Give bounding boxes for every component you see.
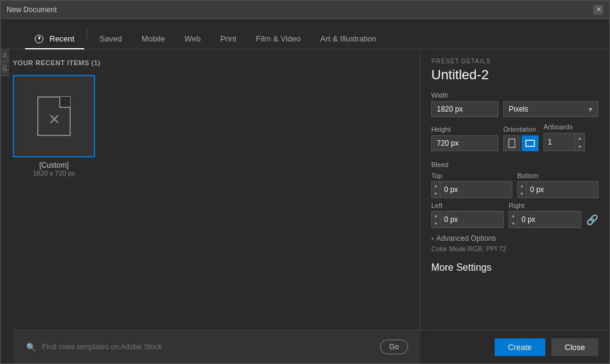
- chevron-right-icon: ›: [431, 234, 434, 243]
- recent-thumbnail[interactable]: ✕: [13, 75, 95, 157]
- bleed-top-up-button[interactable]: ▲: [432, 182, 440, 190]
- bleed-label: Bleed: [431, 161, 598, 168]
- orientation-field: Orientation: [503, 126, 539, 151]
- tab-artillustration[interactable]: Art & Illustration: [310, 29, 386, 49]
- recent-item-size: 1820 x 720 px: [33, 170, 75, 177]
- artboards-increment-button[interactable]: ▲: [575, 134, 584, 142]
- search-input[interactable]: [42, 343, 374, 351]
- svg-rect-1: [526, 140, 534, 146]
- width-input[interactable]: [431, 101, 498, 117]
- preset-name: Untitled-2: [431, 67, 598, 83]
- bleed-left-down-button[interactable]: ▼: [432, 219, 440, 227]
- bleed-bottom-label: Bottom: [517, 172, 598, 179]
- color-mode-text: Color Mode:RGB, PPI:72: [431, 245, 598, 252]
- search-icon: 🔍: [26, 343, 36, 352]
- artboards-label: Artboards: [544, 123, 585, 130]
- unit-select-wrap: Pixels Inches Centimeters Millimeters Po…: [503, 101, 598, 117]
- bleed-bottom-input-wrap: ▲ ▼: [517, 181, 598, 198]
- portrait-button[interactable]: [503, 135, 520, 151]
- left-panel: YOUR RECENT ITEMS (1) ✕ [Custom] 1820 x …: [1, 49, 420, 363]
- artboards-decrement-button[interactable]: ▼: [575, 142, 584, 151]
- new-document-dialog: New Document ✕ Recent Saved Mobile Web P…: [0, 0, 610, 364]
- bleed-grid: Top ▲ ▼ Bottom: [431, 172, 598, 228]
- bleed-bottom-field: Bottom ▲ ▼: [517, 172, 598, 198]
- recent-section-title: YOUR RECENT ITEMS (1): [13, 59, 407, 66]
- tab-divider: [87, 28, 87, 40]
- orientation-label: Orientation: [503, 126, 539, 133]
- unit-select[interactable]: Pixels Inches Centimeters Millimeters Po…: [503, 101, 598, 117]
- window-close-button[interactable]: ✕: [594, 5, 603, 15]
- title-bar: New Document ✕: [1, 1, 609, 19]
- artboards-field: Artboards ▲ ▼: [544, 123, 585, 151]
- height-label: Height: [431, 126, 498, 133]
- bleed-left-label: Left: [431, 202, 504, 209]
- height-input[interactable]: [431, 135, 498, 151]
- spinner-arrows: ▲ ▼: [575, 134, 584, 151]
- bleed-bottom-spinners: ▲ ▼: [518, 182, 526, 198]
- bleed-left-up-button[interactable]: ▲: [432, 212, 440, 219]
- main-content: YOUR RECENT ITEMS (1) ✕ [Custom] 1820 x …: [1, 49, 609, 363]
- bleed-top-field: Top ▲ ▼: [431, 172, 512, 198]
- file-icon: ✕: [37, 96, 71, 136]
- go-button[interactable]: Go: [380, 340, 408, 354]
- bleed-top-bottom-row: Top ▲ ▼ Bottom: [431, 172, 598, 198]
- right-panel: PRESET DETAILS Untitled-2 Width Pixels I…: [420, 49, 609, 363]
- link-icon-wrap: 🔗: [586, 214, 598, 228]
- link-bleed-icon[interactable]: 🔗: [586, 214, 598, 226]
- width-label: Width: [431, 91, 598, 99]
- landscape-button[interactable]: [522, 135, 539, 151]
- bleed-right-input-wrap: ▲ ▼: [509, 211, 581, 228]
- bleed-section: Bleed Top ▲ ▼: [431, 161, 598, 228]
- preset-label: PRESET DETAILS: [431, 58, 598, 65]
- bleed-left-spinners: ▲ ▼: [432, 212, 440, 227]
- bleed-right-up-button[interactable]: ▲: [509, 212, 517, 219]
- side-nav-item-n[interactable]: N: [1, 49, 9, 62]
- advanced-options-toggle[interactable]: › Advanced Options: [431, 234, 598, 243]
- height-orientation-row: Height Orientation: [431, 123, 598, 151]
- close-dialog-button[interactable]: Close: [551, 338, 598, 356]
- bleed-top-input-wrap: ▲ ▼: [431, 181, 512, 198]
- tab-bar: Recent Saved Mobile Web Print Film & Vid…: [1, 19, 609, 49]
- artboards-input[interactable]: [544, 135, 575, 149]
- side-nav: N LE: [1, 49, 14, 76]
- orientation-buttons: [503, 135, 539, 151]
- tab-mobile[interactable]: Mobile: [132, 29, 174, 49]
- bleed-right-label: Right: [509, 202, 581, 209]
- bleed-right-field: Right ▲ ▼: [509, 202, 581, 228]
- bleed-right-spinners: ▲ ▼: [509, 212, 518, 227]
- bleed-top-down-button[interactable]: ▼: [432, 190, 440, 198]
- bleed-left-field: Left ▲ ▼: [431, 202, 504, 228]
- bleed-top-label: Top: [431, 172, 512, 179]
- height-field: Height: [431, 126, 498, 151]
- tab-recent[interactable]: Recent: [25, 29, 84, 49]
- recent-item-name: [Custom]: [39, 161, 68, 170]
- tab-saved[interactable]: Saved: [90, 29, 132, 49]
- bleed-right-input[interactable]: [518, 213, 554, 226]
- bleed-top-input[interactable]: [440, 183, 477, 196]
- side-nav-item-le[interactable]: LE: [1, 62, 9, 76]
- bleed-left-input[interactable]: [440, 213, 477, 226]
- bleed-bottom-input[interactable]: [526, 183, 563, 196]
- bleed-right-down-button[interactable]: ▼: [509, 219, 517, 227]
- dialog-title: New Document: [7, 5, 57, 14]
- create-button[interactable]: Create: [495, 338, 545, 356]
- bleed-bottom-down-button[interactable]: ▼: [518, 190, 526, 198]
- bleed-left-input-wrap: ▲ ▼: [431, 211, 504, 228]
- tab-filmvideo[interactable]: Film & Video: [246, 29, 310, 49]
- bleed-top-spinners: ▲ ▼: [432, 182, 440, 198]
- file-icon-body: ✕: [37, 96, 71, 136]
- bleed-left-right-row: Left ▲ ▼ Right: [431, 202, 598, 228]
- width-row: Pixels Inches Centimeters Millimeters Po…: [431, 101, 598, 117]
- search-bar: 🔍 Go: [14, 330, 420, 363]
- dialog-buttons: Create Close: [420, 330, 609, 363]
- recent-item[interactable]: ✕ [Custom] 1820 x 720 px: [13, 75, 95, 177]
- clock-icon: [35, 35, 43, 43]
- svg-rect-0: [509, 139, 515, 148]
- tab-print[interactable]: Print: [210, 29, 246, 49]
- file-icon-x: ✕: [48, 111, 60, 128]
- tab-web[interactable]: Web: [174, 29, 210, 49]
- more-settings[interactable]: More Settings: [431, 262, 598, 273]
- recent-grid: ✕ [Custom] 1820 x 720 px: [13, 75, 407, 177]
- artboards-spinner: ▲ ▼: [544, 133, 585, 151]
- bleed-bottom-up-button[interactable]: ▲: [518, 182, 526, 190]
